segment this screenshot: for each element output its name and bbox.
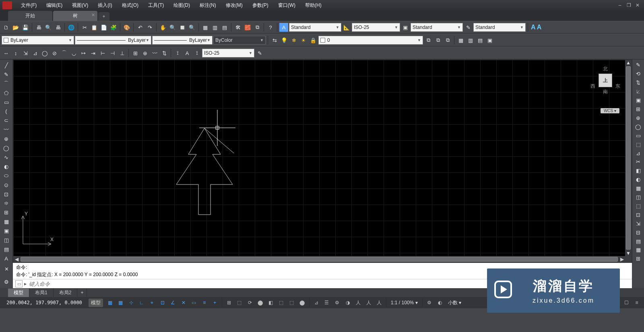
view-scale[interactable]: 1:1 / 100% ▾: [388, 300, 420, 305]
command-history[interactable]: 命令: 命令: '_id 指定点: X = 200.0000 Y = 200.0…: [13, 263, 632, 279]
layer-tool-icon[interactable]: ⇆: [270, 36, 279, 45]
layer-prev-icon[interactable]: ⧉: [433, 36, 442, 45]
menu-modify[interactable]: 修改(M): [221, 2, 248, 9]
draw-tool-12-icon[interactable]: ⬭: [2, 172, 11, 180]
draw-tool-18-icon[interactable]: ▣: [2, 227, 11, 235]
modify-tool-19-icon[interactable]: ⊟: [634, 228, 643, 236]
status-toggle-5-icon[interactable]: ⊡: [158, 298, 167, 307]
view-cube[interactable]: 北 西 上 东 南: [591, 66, 619, 95]
anno-vis-icon[interactable]: ◐: [435, 298, 445, 307]
draw-tool-21-icon[interactable]: A: [2, 254, 11, 263]
command-input[interactable]: [29, 281, 630, 287]
file-tab-new[interactable]: +: [98, 12, 109, 21]
draw-tool-0-icon[interactable]: ╱: [2, 61, 11, 70]
dim-linear-icon[interactable]: ↔: [2, 49, 10, 57]
plotstyle-combo[interactable]: ByColor▼: [213, 36, 266, 45]
menu-draw[interactable]: 绘图(D): [169, 2, 195, 9]
text-style-combo[interactable]: Standard▼: [289, 23, 341, 32]
layer-iso-icon[interactable]: ⧉: [443, 36, 452, 45]
redo-icon[interactable]: ↷: [145, 23, 154, 32]
coords-readout[interactable]: 200.0042, 197.9907, 0.0000: [2, 300, 86, 305]
status-right-5-icon[interactable]: ☐: [621, 298, 631, 307]
wcs-button[interactable]: WCS ▾: [601, 108, 619, 113]
dim-oblique-icon[interactable]: ⟟: [173, 49, 182, 57]
viewport2-icon[interactable]: ▥: [466, 36, 475, 45]
draw-tool-2-icon[interactable]: ⌒: [2, 80, 11, 88]
status-vis-2-icon[interactable]: ⟳: [245, 298, 255, 307]
modify-tool-18-icon[interactable]: ⇲: [634, 219, 643, 227]
dim-diameter-icon[interactable]: ⊘: [50, 49, 59, 57]
status-right-4-icon[interactable]: ▭: [611, 298, 621, 307]
modify-tool-5-icon[interactable]: ⊞: [634, 105, 643, 113]
viewcube-w[interactable]: 西: [590, 83, 595, 90]
draw-tool-6-icon[interactable]: ⊂: [2, 116, 11, 125]
viewcube-n[interactable]: 北: [591, 66, 619, 72]
dim-override-icon[interactable]: ✎: [255, 49, 264, 57]
status-vis-5-icon[interactable]: ⬚: [277, 298, 286, 307]
status-toggle-10-icon[interactable]: +: [210, 298, 220, 307]
close-icon[interactable]: ✕: [91, 12, 95, 18]
cut-icon[interactable]: ✂: [80, 23, 89, 32]
menu-window[interactable]: 窗口(W): [273, 2, 300, 9]
viewcube-e[interactable]: 东: [615, 83, 620, 90]
viewport3-icon[interactable]: ▤: [476, 36, 485, 45]
sheet-icon[interactable]: ▥: [211, 23, 219, 32]
menu-format[interactable]: 格式(O): [117, 2, 143, 9]
viewport1-icon[interactable]: ▦: [456, 36, 465, 45]
lock-icon[interactable]: 🔒: [309, 36, 318, 45]
status-toggle-4-icon[interactable]: ⌖: [147, 298, 157, 307]
status-toggle-7-icon[interactable]: ✕: [179, 298, 188, 307]
dimstyle-icon[interactable]: 📐: [342, 23, 351, 32]
mleaderstyle-icon[interactable]: ✎: [464, 23, 473, 32]
draw-tool-19-icon[interactable]: ◫: [2, 236, 11, 244]
status-nav-0-icon[interactable]: ⊿: [312, 298, 321, 307]
sun-icon[interactable]: ❄: [289, 36, 298, 45]
dim-tolerance-icon[interactable]: ⊥: [118, 49, 126, 57]
dim-jogged-icon[interactable]: 〰: [150, 49, 159, 57]
dim-style-combo[interactable]: ISO-25▼: [352, 23, 400, 32]
textstyle-icon[interactable]: A: [279, 23, 288, 32]
file-tab-start[interactable]: 开始: [8, 11, 52, 21]
draw-tool-11-icon[interactable]: ◐: [2, 162, 11, 171]
draw-tool-5-icon[interactable]: (: [2, 107, 11, 116]
help-icon[interactable]: ?: [266, 23, 275, 32]
draw-tool-8-icon[interactable]: ⊕: [2, 135, 11, 143]
modify-tool-1-icon[interactable]: ⟲: [634, 70, 643, 78]
modify-tool-2-icon[interactable]: ⇅: [634, 79, 643, 87]
status-right-6-icon[interactable]: ≡: [632, 298, 642, 307]
status-nav-5-icon[interactable]: 人: [364, 298, 374, 307]
menu-param[interactable]: 参数(P): [248, 2, 273, 9]
modify-tool-6-icon[interactable]: ⊕: [634, 114, 643, 122]
web-icon[interactable]: 🌐: [67, 23, 76, 32]
status-vis-0-icon[interactable]: ⊞: [224, 298, 234, 307]
status-vis-1-icon[interactable]: ⬚: [235, 298, 244, 307]
dim-inspect-icon[interactable]: ⊕: [140, 49, 149, 57]
dim-ordinate-icon[interactable]: ⊿: [31, 49, 39, 57]
copy-icon[interactable]: 📋: [90, 23, 99, 32]
modify-tool-20-icon[interactable]: ▤: [634, 237, 643, 245]
dim-baseline-icon[interactable]: ↦: [79, 49, 88, 57]
anno-scale[interactable]: 小数 ▾: [446, 299, 464, 306]
table-style-combo[interactable]: Standard▼: [411, 23, 463, 32]
freeze-icon[interactable]: ☀: [299, 36, 308, 45]
draw-tool-1-icon[interactable]: ✎: [2, 70, 11, 79]
zoom-icon[interactable]: 🔍: [168, 23, 177, 32]
dim-arc-icon[interactable]: ⇲: [21, 49, 30, 57]
lineweight-combo[interactable]: ByLayer▼: [152, 36, 213, 45]
layout-tab-model[interactable]: 模型: [8, 289, 29, 297]
menu-dim[interactable]: 标注(N): [195, 2, 221, 9]
status-right-0-icon[interactable]: ⊕: [569, 298, 579, 307]
draw-tool-20-icon[interactable]: ▤: [2, 245, 11, 254]
horizontal-scrollbar[interactable]: ◀▶: [13, 256, 625, 262]
dim-angular-icon[interactable]: ⌒: [60, 49, 68, 57]
modify-tool-14-icon[interactable]: ▦: [634, 184, 643, 193]
pan-icon[interactable]: ✋: [159, 23, 167, 32]
draw-tool-3-icon[interactable]: ⬠: [2, 89, 11, 97]
status-vis-6-icon[interactable]: ⬚: [287, 298, 297, 307]
dim-aligned-icon[interactable]: ↕: [11, 49, 20, 57]
gear-icon[interactable]: ⚙: [425, 298, 434, 307]
close-button[interactable]: ✕: [634, 2, 642, 8]
dim-continue-icon[interactable]: ⇥: [89, 49, 97, 57]
app-icon[interactable]: [2, 1, 12, 9]
draw-tool-4-icon[interactable]: ▭: [2, 98, 11, 107]
